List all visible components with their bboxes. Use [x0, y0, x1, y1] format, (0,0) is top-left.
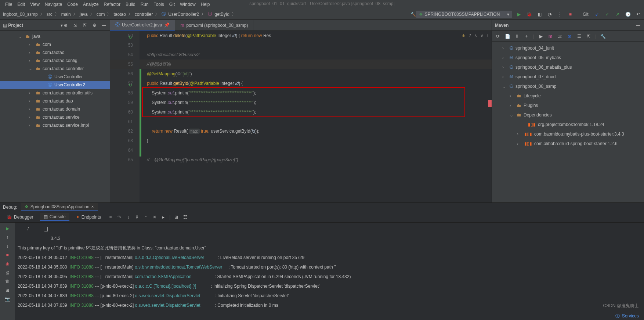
maven-item[interactable]: ›⛁springboot_06_mabatis_plus	[492, 62, 644, 72]
maven-item[interactable]: ›▮▯▮com.alibaba:druid-spring-boot-starte…	[492, 139, 644, 148]
watch-icon[interactable]: ☷	[182, 214, 188, 220]
git-rollback-icon[interactable]: ↶	[635, 11, 641, 17]
step-out-icon[interactable]: ↑	[143, 214, 149, 220]
status-bar[interactable]: ⓘServices	[610, 312, 644, 320]
menu-code[interactable]: Code	[65, 1, 80, 8]
evaluate-icon[interactable]: ⊞	[173, 214, 179, 220]
bc-com[interactable]: com	[97, 12, 105, 17]
attach-icon[interactable]: ⋮	[557, 11, 563, 17]
wrench-icon[interactable]: 🔧	[600, 33, 606, 39]
maven-item[interactable]: ⌄⛁springboot_08_ssmp	[492, 82, 644, 91]
offline-icon[interactable]: ⊘	[567, 33, 572, 39]
target-icon[interactable]: ⊕	[63, 22, 69, 28]
tree-folder-item[interactable]: ›🖿com.taotao.service.impl	[0, 121, 110, 129]
tab-console[interactable]: ▤Console	[40, 213, 69, 221]
console-output[interactable]: / |_| 3.4.3 This primary key of "id" is …	[15, 223, 644, 320]
tree-folder-item[interactable]: ›🖿com.taotao.domain	[0, 105, 110, 113]
breakpoints-icon[interactable]: ◉	[4, 261, 10, 267]
menu-view[interactable]: View	[28, 1, 42, 8]
stop2-icon[interactable]: ■	[4, 252, 10, 258]
menu-refactor[interactable]: Refactor	[102, 1, 123, 8]
bc-src[interactable]: src	[47, 12, 53, 17]
step-over-icon[interactable]: ↷	[116, 214, 122, 220]
git-push-icon[interactable]: ↗	[615, 11, 621, 17]
graph-icon[interactable]: ☰	[576, 33, 582, 39]
run-icon[interactable]: ▶	[538, 33, 544, 39]
menu-analyze[interactable]: Analyze	[81, 1, 101, 8]
tree-folder-item[interactable]: ⌄🖿com.taotao.controller	[0, 65, 110, 73]
tree-folder-item[interactable]: ⌄🖿java	[0, 32, 110, 40]
menu-run[interactable]: Run	[138, 1, 151, 8]
code-area[interactable]: public Result delete(@PathVariable Integ…	[140, 31, 492, 202]
reload-icon[interactable]: ⟳	[495, 33, 501, 39]
coverage-icon[interactable]: ◧	[536, 11, 542, 17]
menu-window[interactable]: Window	[178, 1, 198, 8]
menu-help[interactable]: Help	[199, 1, 212, 8]
layout-icon[interactable]: ⊞	[4, 287, 10, 293]
inspection-widget[interactable]: ⚠2 ∧∨⁝	[462, 33, 488, 38]
rerun-icon[interactable]: ▶	[4, 226, 10, 231]
tree-folder-item[interactable]: ›🖿com	[0, 40, 110, 48]
add-icon[interactable]: +	[524, 33, 529, 39]
down-arrow-icon[interactable]: ↓	[4, 243, 10, 249]
menu-git[interactable]: Git	[167, 1, 177, 8]
menu-navigate[interactable]: Navigate	[43, 1, 64, 8]
run-config-selector[interactable]: ❖ SPRINGBOOT08SSMPAPPLICATION ▾	[416, 11, 512, 18]
tree-folder-item[interactable]: ›🖿com.taotao	[0, 48, 110, 57]
hide-icon[interactable]: —	[635, 22, 641, 28]
bc-java[interactable]: java	[80, 12, 88, 17]
download-icon[interactable]: ⬇	[514, 33, 520, 39]
bc-controller[interactable]: controller	[135, 12, 153, 17]
tree-folder-item[interactable]: ›🖿com.taotao.service	[0, 113, 110, 121]
collapse-icon[interactable]: ⇱	[586, 33, 591, 39]
print-icon[interactable]: 🖨	[4, 270, 10, 276]
tree-class-item[interactable]: ⒸUserController	[0, 73, 110, 81]
git-history-icon[interactable]: 🕓	[625, 11, 631, 17]
menu-build[interactable]: Build	[123, 1, 138, 8]
bc-taotao[interactable]: taotao	[113, 12, 126, 17]
gear-icon[interactable]: ⚙	[91, 22, 97, 28]
camera-icon[interactable]: 📷	[4, 296, 10, 302]
stop-icon[interactable]: ■	[567, 11, 573, 17]
maven-item[interactable]: ›⛁springboot_05_mybatis	[492, 53, 644, 62]
maven-item[interactable]: ›🖿Plugins	[492, 101, 644, 110]
force-step-icon[interactable]: ⇓	[134, 214, 140, 220]
maven-item[interactable]: ›⛁springboot_04_junit	[492, 43, 644, 53]
pin-icon[interactable]: 📌	[164, 22, 170, 28]
maven-item[interactable]: ›▮▯▮com.baomidou:mybatis-plus-boot-start…	[492, 129, 644, 139]
close-icon[interactable]: ×	[91, 204, 94, 209]
bc-class[interactable]: UserController2	[168, 12, 199, 17]
menu-edit[interactable]: Edit	[15, 1, 27, 8]
bc-main[interactable]: main	[61, 12, 71, 17]
hammer-build-icon[interactable]: 🔨	[410, 11, 416, 17]
drop-frame-icon[interactable]: ✕	[152, 214, 158, 220]
skip-tests-icon[interactable]: ⇄	[557, 33, 563, 39]
threads-icon[interactable]: ≡	[108, 214, 113, 220]
generate-icon[interactable]: 📄	[504, 33, 510, 39]
tab-debugger[interactable]: 🐞Debugger	[3, 213, 37, 221]
git-update-icon[interactable]: ↙	[594, 11, 600, 17]
tree-folder-item[interactable]: ›🖿com.taotao.controller.utils	[0, 89, 110, 97]
run-icon[interactable]: ▶	[516, 11, 522, 17]
trash-icon[interactable]: 🗑	[4, 278, 10, 284]
tab-endpoints[interactable]: ✦Endpoints	[72, 213, 105, 221]
debug-icon[interactable]: 🐞	[526, 11, 532, 17]
maven-item[interactable]: ⌄🖿Dependencies	[492, 110, 644, 120]
hide-icon[interactable]: —	[101, 22, 107, 28]
collapse-icon[interactable]: ⇱	[82, 22, 88, 28]
tab-pom[interactable]: m pom.xml (springboot_08_ssmp)	[175, 20, 253, 30]
tree-folder-item[interactable]: ›🖿com.taotao.dao	[0, 97, 110, 105]
git-commit-icon[interactable]: ✓	[604, 11, 610, 17]
bc-root[interactable]: ingboot_08_ssmp	[3, 12, 38, 17]
menu-tools[interactable]: Tools	[152, 1, 166, 8]
tree-folder-item[interactable]: ›🖿com.taotao.config	[0, 57, 110, 65]
maven-m-icon[interactable]: m	[547, 33, 553, 39]
run-cursor-icon[interactable]: ▸	[160, 214, 166, 220]
menu-file[interactable]: File	[3, 1, 14, 8]
up-arrow-icon[interactable]: ↑	[4, 234, 10, 240]
profile-icon[interactable]: ◔	[547, 11, 553, 17]
debug-app-tab[interactable]: ❖ Springboot08SsmpApplication ×	[21, 203, 98, 211]
maven-item[interactable]: ›⛁springboot_07_druid	[492, 72, 644, 82]
bc-method[interactable]: getById	[214, 12, 229, 17]
step-into-icon[interactable]: ↓	[125, 214, 131, 220]
